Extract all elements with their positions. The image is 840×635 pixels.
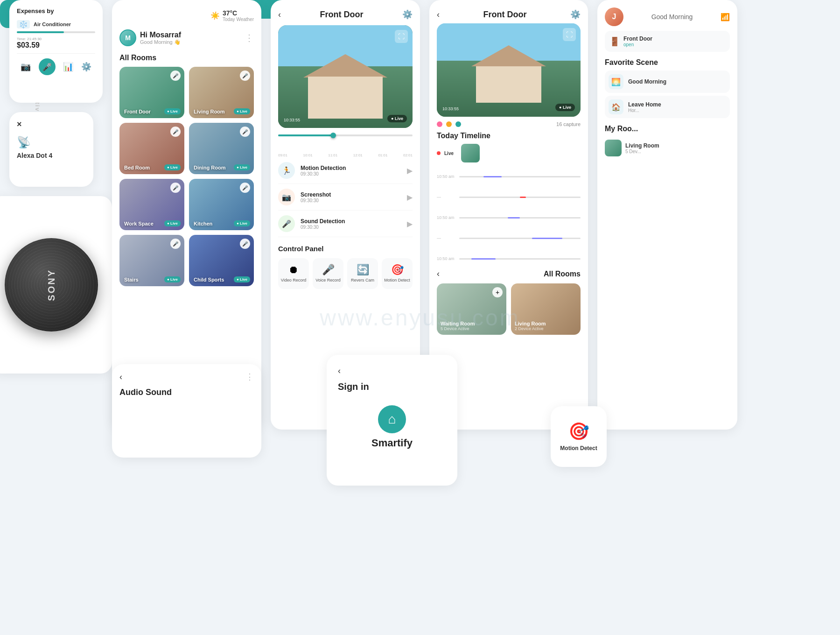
room-mic-frontdoor[interactable]: 🎤: [170, 71, 181, 81]
signin-panel: ‹ Sign in ⌂ Smartify: [327, 355, 457, 486]
fav-leave-icon: 🏠: [609, 99, 623, 114]
front-door-status: 🚪 Front Door open: [605, 31, 730, 52]
my-room-living[interactable]: Living Room 5 Dev...: [605, 137, 730, 159]
room-workspace[interactable]: 🎤 Work Space ● Live: [119, 179, 184, 230]
screenshot-icon: 📷: [278, 189, 295, 205]
close-button[interactable]: ×: [17, 120, 86, 129]
capture-dot-3: [455, 121, 461, 127]
play-sound-button[interactable]: ▶: [407, 219, 413, 228]
cam-timestamp: 10:33:55: [284, 118, 300, 122]
room-living[interactable]: 🎤 Living Room ● Live: [189, 67, 254, 118]
room-bedroom[interactable]: 🎤 Bed Room ● Live: [119, 123, 184, 174]
rcam-room-waiting-label: Waiting Room: [441, 321, 475, 326]
rcam-expand-button[interactable]: ⛶: [563, 28, 576, 41]
room-mic-dining[interactable]: 🎤: [240, 127, 250, 137]
tl-row-4: [459, 238, 581, 239]
rcam-back-button[interactable]: ‹: [437, 10, 440, 20]
signin-back-button[interactable]: ‹: [338, 366, 341, 376]
live-label: Live: [444, 151, 454, 156]
door-icon: 🚪: [609, 36, 620, 47]
tl-label-0: 09:01: [278, 153, 287, 157]
control-motion-detect[interactable]: 🎯 Motion Detect: [382, 258, 413, 289]
room-stairs[interactable]: 🎤 Stairs ● Live: [119, 235, 184, 286]
live-row: Live: [437, 144, 581, 162]
fav-leave-home[interactable]: 🏠 Leave Home Hor...: [605, 96, 730, 118]
rcam-preview: ⛶ 10:33:55 ● Live: [437, 23, 581, 117]
timeline-bars-col: [459, 166, 581, 269]
live-badge-frontdoor: ● Live: [164, 108, 181, 114]
tl-label-1: 10:01: [303, 153, 313, 157]
play-screenshot-button[interactable]: ▶: [407, 193, 413, 202]
door-info: Front Door open: [623, 35, 652, 47]
live-badge-dining: ● Live: [234, 164, 250, 170]
room-sports[interactable]: 🎤 Child Sports ● Live: [189, 235, 254, 286]
more-menu-button[interactable]: ⋮: [245, 32, 254, 43]
room-mic-bedroom[interactable]: 🎤: [170, 127, 181, 137]
audio-title: Audio Sound: [119, 388, 254, 397]
room-label-living: Living Room: [194, 109, 225, 114]
my-room-living-info: Living Room 5 Dev...: [625, 142, 659, 154]
cam-back-button[interactable]: ‹: [278, 10, 281, 20]
camera-icon[interactable]: 📷: [21, 62, 31, 72]
room-kitchen[interactable]: 🎤 Kitchen ● Live: [189, 179, 254, 230]
chart-icon[interactable]: 📊: [63, 62, 73, 72]
tl-time-4: —: [437, 236, 455, 240]
room-mic-living[interactable]: 🎤: [240, 71, 250, 81]
room-dining[interactable]: 🎤 Dining Room ● Live: [189, 123, 254, 174]
tl-row-1: [459, 176, 581, 177]
cam-roof: [303, 54, 387, 78]
room-mic-kitchen[interactable]: 🎤: [240, 183, 250, 193]
tl-label-5: 02:01: [403, 153, 413, 157]
captures-row: 16 capture: [437, 121, 581, 127]
tl-row-2: [459, 197, 581, 198]
tl-bar-4: [532, 238, 562, 239]
control-title: Control Panel: [278, 245, 413, 253]
motion-icon: 🏃: [278, 162, 295, 179]
time-label: Time: 21:45:30: [17, 37, 95, 41]
cam-house: [308, 77, 383, 119]
rcam-rooms-row: Waiting Room 5 Device Active + Living Ro…: [437, 283, 581, 335]
event-sound-label: Sound Detection: [301, 218, 401, 225]
control-video-record[interactable]: ⏺ Video Record: [278, 258, 309, 289]
room-mic-sports[interactable]: 🎤: [240, 239, 250, 249]
rcam-room-waiting[interactable]: Waiting Room 5 Device Active +: [437, 283, 506, 335]
device-icon: 📡: [17, 136, 86, 149]
tl-time-3: 10:50 am: [437, 215, 455, 220]
mic-button[interactable]: 🎤: [39, 58, 56, 75]
cam-header: ‹ Front Door ⚙️: [278, 9, 413, 20]
control-voice-record[interactable]: 🎤 Voice Record: [313, 258, 343, 289]
event-sound-time: 09:30:30: [301, 225, 401, 230]
expenses-card: Expenses by ❄️ Air Conditioner Time: 21:…: [9, 0, 103, 103]
tl-label-3: 12:01: [353, 153, 363, 157]
live-badge-bedroom: ● Live: [164, 164, 181, 170]
room-frontdoor[interactable]: 🎤 Front Door ● Live: [119, 67, 184, 118]
rcam-room-living-label: Living Room: [515, 321, 546, 326]
rcam-roof: [471, 45, 546, 66]
rcam-back-icon[interactable]: ‹: [437, 269, 440, 279]
room-mic-workspace[interactable]: 🎤: [170, 183, 181, 193]
timeline-title: Today Timeline: [437, 132, 581, 140]
control-revers-cam[interactable]: 🔄 Revers Cam: [347, 258, 378, 289]
event-motion-info: Motion Detection 09:30:30: [301, 165, 401, 176]
cam-title: Front Door: [320, 10, 364, 20]
rcam-title: Front Door: [483, 10, 527, 20]
play-motion-button[interactable]: ▶: [407, 166, 413, 175]
add-room-button-waiting[interactable]: +: [492, 287, 503, 297]
gear-icon-small[interactable]: ⚙️: [81, 62, 91, 72]
room-mic-stairs[interactable]: 🎤: [170, 239, 181, 249]
fav-leave-sub: Hor...: [628, 108, 661, 113]
greeting-sub: Good Morning 👋: [140, 39, 181, 45]
sony-speaker-card: SONY: [0, 196, 112, 374]
tl-bar-1: [483, 176, 502, 177]
rcam-room-living[interactable]: Living Room 2 Device Active: [511, 283, 581, 335]
audio-more-button[interactable]: ⋮: [245, 372, 254, 382]
cam-expand-button[interactable]: ⛶: [395, 30, 408, 43]
audio-back-button[interactable]: ‹: [119, 372, 122, 382]
tl-time-2: —: [437, 195, 455, 199]
timeline-thumb[interactable]: [330, 133, 336, 138]
cam-gear-button[interactable]: ⚙️: [402, 9, 413, 20]
events-list: 🏃 Motion Detection 09:30:30 ▶ 📷 Screensh…: [278, 157, 413, 237]
rcam-gear-button[interactable]: ⚙️: [570, 9, 581, 20]
live-thumb-img: [461, 144, 480, 162]
fav-good-morning[interactable]: 🌅 Good Morning: [605, 71, 730, 93]
